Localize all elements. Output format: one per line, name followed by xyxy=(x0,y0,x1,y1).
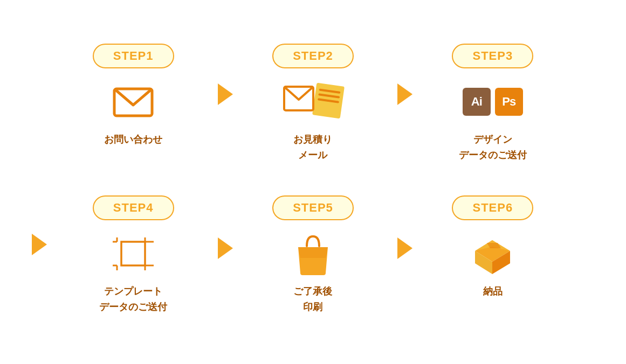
step4-text: テンプレートデータのご送付 xyxy=(99,284,167,315)
step3-text: デザインデータのご送付 xyxy=(459,132,527,163)
step1-label: STEP1 xyxy=(113,49,154,62)
step4-arrow-left xyxy=(32,234,47,255)
step2-badge: STEP2 xyxy=(272,44,354,68)
step2-cell: STEP2 お見積りメール xyxy=(223,38,403,174)
svg-rect-2 xyxy=(121,242,145,265)
step1-cell: STEP1 お問い合わせ xyxy=(44,38,223,174)
step4-icon xyxy=(109,232,157,275)
step3-cell: STEP3 Ai Ps デザインデータのご送付 xyxy=(403,38,582,174)
step1-text: お問い合わせ xyxy=(104,132,162,148)
step5-icon xyxy=(288,232,337,275)
step5-label: STEP5 xyxy=(293,201,333,214)
step6-badge: STEP6 xyxy=(452,195,533,220)
step4-arrow-right xyxy=(218,237,233,259)
step4-badge: STEP4 xyxy=(93,195,174,220)
step2-arrow-right xyxy=(397,83,412,105)
step6-text: 納品 xyxy=(483,284,503,299)
step1-icon xyxy=(109,80,157,123)
step4-cell: STEP4 テンプレートデータのご送付 xyxy=(44,190,223,326)
step3-label: STEP3 xyxy=(472,49,513,62)
step5-cell: STEP5 ご了承後印刷 xyxy=(223,190,403,326)
ai-ps-container: Ai Ps xyxy=(463,88,523,116)
step6-cell: STEP6 納品 xyxy=(403,190,582,326)
ai-icon: Ai xyxy=(463,88,491,116)
step5-badge: STEP5 xyxy=(272,195,354,220)
step2-label: STEP2 xyxy=(293,49,333,62)
step2-text: お見積りメール xyxy=(293,132,332,163)
step6-label: STEP6 xyxy=(472,201,513,214)
ps-icon: Ps xyxy=(495,88,523,116)
step3-badge: STEP3 xyxy=(452,44,533,68)
step5-arrow-right xyxy=(397,237,412,259)
steps-grid: STEP1 お問い合わせ STEP2 xyxy=(44,38,583,325)
step1-arrow-right xyxy=(218,83,233,105)
step5-text: ご了承後印刷 xyxy=(293,284,332,315)
step3-icon: Ai Ps xyxy=(469,80,517,123)
step2-icon xyxy=(283,80,342,123)
step6-icon xyxy=(469,232,517,275)
step4-label: STEP4 xyxy=(113,201,154,214)
step1-badge: STEP1 xyxy=(93,44,174,68)
